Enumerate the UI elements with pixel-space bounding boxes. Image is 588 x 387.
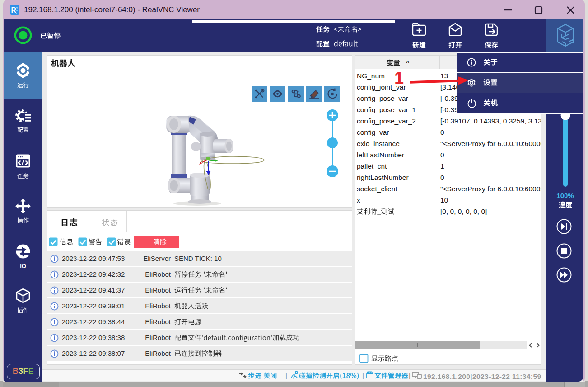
svg-text:1: 1 [394, 69, 404, 88]
svg-text:c: c [16, 12, 18, 14]
svg-text:R: R [11, 6, 17, 14]
